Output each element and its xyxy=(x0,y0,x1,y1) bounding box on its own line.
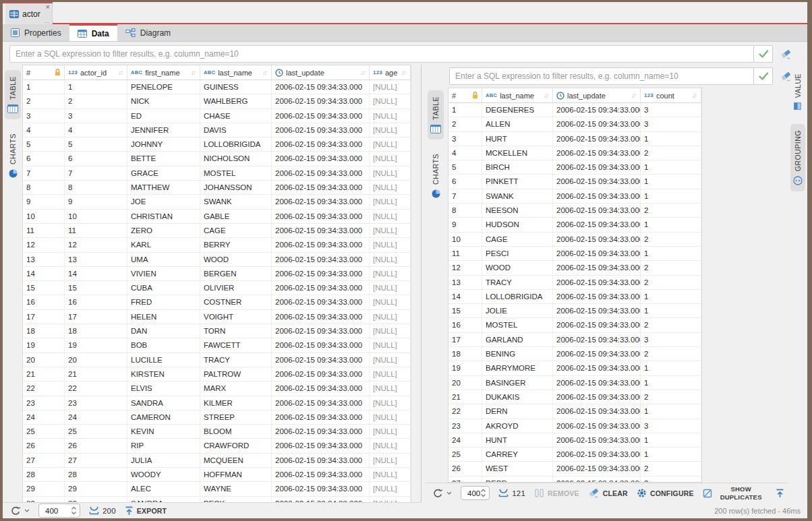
cell[interactable]: HUNT xyxy=(482,433,553,447)
cell[interactable]: NICK xyxy=(127,94,200,108)
table-row[interactable]: 16MOSTEL2006-02-15 09:34:33.0002 xyxy=(448,318,701,332)
cell[interactable]: 10 xyxy=(448,233,482,246)
cell[interactable]: WOOD xyxy=(200,253,272,266)
table-row[interactable]: 18BENING2006-02-15 09:34:33.0002 xyxy=(448,347,701,361)
cell[interactable]: 1 xyxy=(448,103,482,117)
cell[interactable]: BLOOM xyxy=(200,425,272,438)
cell[interactable]: 5 xyxy=(65,137,127,151)
cell[interactable]: BERRY xyxy=(200,238,272,251)
cell[interactable]: 2006-02-15 09:34:33.000 xyxy=(272,367,370,381)
cell[interactable]: ALEC xyxy=(127,482,200,495)
cell[interactable]: 2006-02-15 09:34:33.000 xyxy=(272,166,370,180)
cell[interactable]: 2006-02-15 09:34:33.000 xyxy=(272,109,370,123)
cell[interactable]: 2006-02-15 09:34:33.000 xyxy=(272,137,370,151)
cell[interactable]: 2 xyxy=(641,276,701,289)
tab-properties[interactable]: Properties xyxy=(3,24,69,41)
editor-tab-actor[interactable]: actor × … xyxy=(5,3,53,24)
refresh-button[interactable] xyxy=(11,506,30,516)
cell[interactable]: BASINGER xyxy=(482,376,553,390)
cell[interactable]: BENING xyxy=(482,347,553,361)
cell[interactable]: 30 xyxy=(65,497,127,502)
cell[interactable]: 2006-02-15 09:34:33.000 xyxy=(272,195,370,208)
cell[interactable]: 23 xyxy=(23,396,65,410)
stepper-icon[interactable] xyxy=(71,506,77,515)
sort-icon[interactable]: ↓↑ xyxy=(631,92,637,99)
table-row[interactable]: 14LOLLOBRIGIDA2006-02-15 09:34:33.0001 xyxy=(448,290,701,304)
cell[interactable]: 1 xyxy=(641,132,701,146)
column-header-last_update[interactable]: last_update↓↑ xyxy=(553,88,641,102)
cell[interactable]: 1 xyxy=(23,80,65,94)
cell[interactable]: 16 xyxy=(448,318,482,332)
column-header-last_name[interactable]: ABClast_name↓↑ xyxy=(482,88,553,102)
cell[interactable]: 2 xyxy=(641,318,701,332)
cell[interactable]: 9 xyxy=(65,195,127,208)
table-row[interactable]: 5BIRCH2006-02-15 09:34:33.0001 xyxy=(448,160,701,175)
cell[interactable]: 3 xyxy=(641,117,701,131)
cell[interactable]: 1 xyxy=(641,448,701,461)
cell[interactable]: WOOD xyxy=(482,261,553,274)
cell[interactable]: 2006-02-15 09:34:33.000 xyxy=(553,462,641,475)
table-row[interactable]: 2727JULIAMCQUEEN2006-02-15 09:34:33.000[… xyxy=(23,454,411,468)
scroll-to-top-button[interactable] xyxy=(776,489,784,498)
cell[interactable]: 16 xyxy=(65,295,127,309)
cell[interactable]: FRED xyxy=(127,295,200,309)
column-header-actor_id[interactable]: 123actor_id↓↑ xyxy=(65,65,127,80)
cell[interactable]: 2006-02-15 09:34:33.000 xyxy=(272,253,370,266)
table-row[interactable]: 1919BOBFAWCETT2006-02-15 09:34:33.000[NU… xyxy=(23,338,411,353)
cell[interactable]: 2 xyxy=(641,462,701,475)
cell[interactable]: GABLE xyxy=(200,210,272,223)
column-header-first_name[interactable]: ABCfirst_name↓↑ xyxy=(127,65,200,80)
cell[interactable]: 14 xyxy=(448,290,482,303)
table-row[interactable]: 23AKROYD2006-02-15 09:34:33.0003 xyxy=(448,419,701,433)
cell[interactable]: 2 xyxy=(65,94,127,108)
table-row[interactable]: 1717HELENVOIGHT2006-02-15 09:34:33.000[N… xyxy=(23,310,411,324)
cell[interactable]: [NULL] xyxy=(370,210,411,223)
sort-icon[interactable]: ↓↑ xyxy=(401,69,407,76)
cell[interactable]: 2006-02-15 09:34:33.000 xyxy=(553,419,641,433)
table-row[interactable]: 13TRACY2006-02-15 09:34:33.0002 xyxy=(448,276,701,290)
cell[interactable]: NICHOLSON xyxy=(200,152,272,165)
clear-grouping-button[interactable]: CLEAR xyxy=(588,488,628,498)
cell[interactable]: [NULL] xyxy=(370,109,411,123)
cell[interactable]: JOLIE xyxy=(482,304,553,317)
cell[interactable]: 2006-02-15 09:34:33.000 xyxy=(553,390,641,404)
cell[interactable]: 19 xyxy=(23,338,65,352)
cell[interactable]: 1 xyxy=(65,80,127,94)
table-row[interactable]: 2020LUCILLETRACY2006-02-15 09:34:33.000[… xyxy=(23,353,411,367)
cell[interactable]: 29 xyxy=(23,482,65,495)
cell[interactable]: FAWCETT xyxy=(200,338,272,352)
grouping-sql-filter-input[interactable] xyxy=(449,67,754,85)
table-row[interactable]: 2424CAMERONSTREEP2006-02-15 09:34:33.000… xyxy=(23,410,411,425)
cell[interactable]: [NULL] xyxy=(370,281,411,295)
cell[interactable]: CHASE xyxy=(200,109,272,123)
cell[interactable]: 4 xyxy=(23,123,65,137)
cell[interactable]: CAGE xyxy=(200,224,272,237)
cell[interactable]: 7 xyxy=(65,166,127,180)
cell[interactable]: CAMERON xyxy=(127,410,200,424)
cell[interactable]: 20 xyxy=(23,353,65,367)
cell[interactable]: 17 xyxy=(448,333,482,346)
cell[interactable]: 2 xyxy=(641,204,701,217)
table-row[interactable]: 19BARRYMORE2006-02-15 09:34:33.0001 xyxy=(448,361,701,375)
cell[interactable]: 3 xyxy=(448,132,482,146)
cell[interactable]: KILMER xyxy=(200,396,272,410)
table-row[interactable]: 12WOOD2006-02-15 09:34:33.0002 xyxy=(448,261,701,275)
cell[interactable]: 10 xyxy=(23,210,65,223)
fetch-size-spinner[interactable]: 400 xyxy=(38,503,80,518)
cell[interactable]: 23 xyxy=(448,419,482,433)
table-row[interactable]: 22DERN2006-02-15 09:34:33.0001 xyxy=(448,404,701,419)
table-row[interactable]: 11PENELOPEGUINESS2006-02-15 09:34:33.000… xyxy=(23,80,411,94)
cell[interactable]: 28 xyxy=(65,468,127,481)
cell[interactable]: BERGEN xyxy=(200,267,272,280)
table-row[interactable]: 7SWANK2006-02-15 09:34:33.0001 xyxy=(448,189,701,204)
cell[interactable]: HURT xyxy=(482,132,553,146)
cell[interactable]: 2006-02-15 09:34:33.000 xyxy=(553,347,641,361)
cell[interactable]: 20 xyxy=(448,376,482,390)
cell[interactable]: 2006-02-15 09:34:33.000 xyxy=(272,181,370,194)
column-header-last_update[interactable]: last_update↓↑ xyxy=(272,65,370,80)
cell[interactable]: 21 xyxy=(448,390,482,404)
cell[interactable]: MOSTEL xyxy=(482,318,553,332)
refresh-button[interactable] xyxy=(433,489,452,498)
cell[interactable]: 21 xyxy=(65,367,127,381)
cell[interactable]: 1 xyxy=(641,376,701,390)
